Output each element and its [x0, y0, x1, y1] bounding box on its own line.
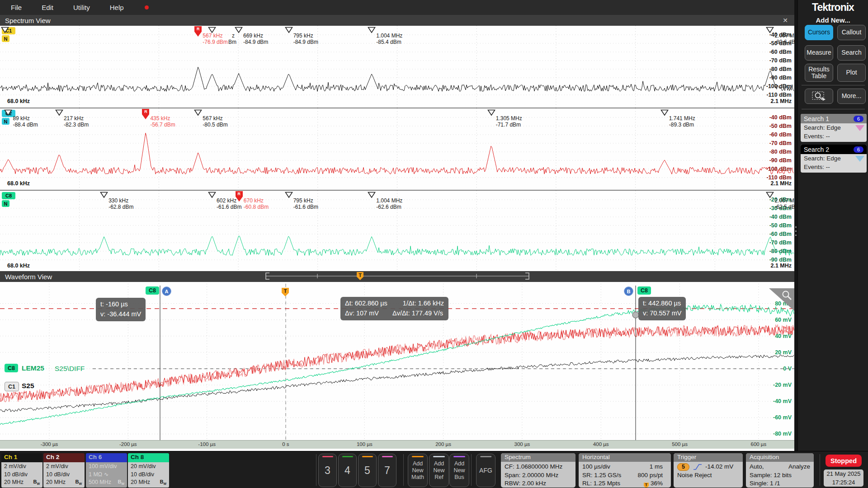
sidebar-button-plot[interactable]: Plot: [837, 64, 866, 82]
cursor-a-readout: t: -160 µsv: -36.444 mV: [96, 298, 146, 321]
peak-marker-triangle-icon: [285, 192, 293, 198]
panel-splitter[interactable]: [794, 0, 797, 451]
peak-marker-triangle-icon: [55, 109, 63, 116]
sidebar-button-cursors[interactable]: Cursors: [805, 25, 833, 40]
marker-frequency-label: 330 kHz: [108, 197, 128, 204]
ch8-waveform-badge[interactable]: C8: [5, 364, 18, 372]
delta-t: Δt: 602.860 µs: [345, 299, 387, 309]
acquisition-setting-left: Auto,: [750, 463, 764, 471]
button-stripe: [412, 456, 424, 457]
search-badge-1[interactable]: Search 16Search: EdgeEvents: --: [801, 114, 867, 142]
delta-row-2: Δv: 107 mVΔv/Δt: 177.49 V/s: [345, 309, 444, 319]
dbm-axis-label: -80 dBm: [769, 248, 792, 254]
marker-amplitude-label: -60.8 dBm: [244, 204, 269, 210]
marker-frequency-label: 602 kHz: [217, 197, 236, 204]
reference-marker-triangle-icon: [142, 114, 150, 120]
acquisition-settings-title: Acquisition: [746, 453, 814, 462]
button-stripe: [433, 456, 445, 457]
channel-badge-ch2[interactable]: Ch 22 mV/div10 dB/div20 MHzBW: [43, 453, 85, 488]
bandwidth-limit-icon: BW: [33, 479, 40, 486]
spectrum-plot-C1: C1N-40 dBm-50 dBm-60 dBm-70 dBm-80 dBm-9…: [0, 26, 794, 108]
peak-marker-triangle-icon: [208, 27, 216, 33]
sidebar-button-callout[interactable]: Callout: [837, 25, 866, 40]
horizontal-setting-right: 1 ms: [650, 463, 663, 471]
zoom-select-button[interactable]: [805, 89, 833, 104]
waveform-view-titlebar: Waveform View T: [0, 271, 794, 282]
divider: [403, 454, 404, 486]
time-tick-label: 300 µs: [514, 441, 530, 447]
menu-item-file[interactable]: File: [11, 4, 22, 11]
start-frequency-label: 68.0 kHz: [7, 98, 30, 104]
cursor-a-badge[interactable]: A: [162, 286, 171, 296]
cursor-b-badge[interactable]: B: [624, 286, 633, 296]
date-label: 21 May 2025: [824, 470, 863, 479]
add-new-math-button[interactable]: AddNewMath: [408, 454, 428, 487]
cursor-b-source-badge: C8: [637, 286, 651, 295]
spectrum-settings-badge[interactable]: SpectrumCF: 1.06800000 MHzSpan: 2.00000 …: [501, 453, 576, 488]
horizontal-setting-left: SR: 1.25 GS/s: [582, 471, 621, 480]
add-new-bus-button[interactable]: AddNewBus: [449, 454, 469, 487]
reference-marker-icon[interactable]: R: [236, 191, 243, 197]
channel-button-label: 7: [384, 465, 390, 477]
peak-marker-triangle-icon: [235, 27, 243, 33]
channel-setting-row: 10 dB/div: [131, 471, 166, 479]
afg-button[interactable]: AFG: [476, 454, 495, 487]
marker-amplitude-label: -62.8 dBm: [108, 204, 133, 210]
channel-badge-ch6[interactable]: Ch 6100 mV/div1 MΩ ∿500 MHzBW: [86, 453, 127, 488]
splitter-handle-icon: [795, 226, 797, 228]
channel-button-label: 5: [364, 465, 370, 477]
peak-marker-triangle-icon: [208, 192, 216, 198]
horizontal-settings-badge[interactable]: Horizontal100 µs/div1 msSR: 1.25 GS/s800…: [579, 453, 671, 488]
divider: [471, 454, 472, 486]
channel-button-7[interactable]: 7: [378, 454, 396, 487]
marker-amplitude-label: -62.6 dBm: [376, 204, 401, 210]
rising-edge-icon: [693, 464, 702, 470]
peak-marker-triangle-icon: [1, 27, 9, 33]
search-badge-2[interactable]: Search 26Search: EdgeEvents: --: [801, 145, 867, 173]
peak-marker-triangle-icon: [487, 109, 495, 116]
marker-frequency-label: 2.007 MHz: [774, 197, 794, 204]
spectrum-setting-row: Span: 2.00000 MHz: [505, 471, 572, 480]
acquisition-setting-left: Sample: 12 bits: [750, 471, 792, 480]
stopped-button[interactable]: Stopped: [826, 455, 862, 467]
voltage-axis-label: 40 mV: [775, 333, 792, 339]
ch8-waveform-suffix: S25\DIFF: [55, 365, 85, 373]
add-new-ref-button[interactable]: AddNewRef: [429, 454, 449, 487]
close-icon[interactable]: ✕: [783, 17, 788, 24]
marker-amplitude-label: -61.6 dBm: [217, 204, 241, 210]
search-count-badge: 6: [854, 146, 863, 153]
start-frequency-label: 68.0 kHz: [7, 263, 30, 269]
acquisition-settings-badge[interactable]: AcquisitionAuto,AnalyzeSample: 12 bitsSi…: [746, 453, 814, 488]
zoom-overview-bracket[interactable]: [0, 271, 794, 281]
sidebar-button-search[interactable]: Search: [837, 45, 866, 61]
channel-badge-ch1[interactable]: Ch 12 mV/div10 dB/div20 MHzBW: [1, 453, 42, 488]
channel-button-4[interactable]: 4: [338, 454, 357, 487]
marker-amplitude-label: -62.5 dBm: [774, 204, 794, 210]
ch1-waveform-badge[interactable]: C1: [5, 382, 19, 391]
time-tick-label: -200 µs: [119, 441, 137, 447]
channel-button-5[interactable]: 5: [358, 454, 377, 487]
sidebar-button-results-table[interactable]: Results Table: [805, 64, 833, 82]
button-stripe: [480, 456, 491, 457]
menu-item-edit[interactable]: Edit: [42, 4, 53, 11]
voltage-axis-label: 60 mV: [775, 317, 792, 323]
sidebar-button-more[interactable]: More...: [837, 89, 866, 104]
channel-button-label: 4: [344, 465, 350, 477]
sidebar-button-measure[interactable]: Measure: [805, 45, 833, 61]
dbm-axis-label: -70 dBm: [769, 239, 792, 246]
menu-item-utility[interactable]: Utility: [73, 4, 90, 11]
peak-marker-triangle-icon: [194, 109, 202, 116]
channel-badge-ch8[interactable]: Ch 820 mV/div10 dB/div20 MHzBW: [128, 453, 169, 488]
trigger-settings-badge[interactable]: Trigger5-14.02 mVNoise Reject: [674, 453, 743, 488]
reference-marker-icon[interactable]: R: [194, 26, 202, 32]
spectrum-channel-badge[interactable]: C8: [2, 192, 15, 199]
channel-color-stripe: [362, 456, 373, 457]
peak-marker-triangle-icon: [368, 192, 376, 198]
menu-item-help[interactable]: Help: [110, 4, 124, 11]
time-tick-label: -300 µs: [41, 441, 58, 447]
marker-frequency-label: 567 kHz: [203, 33, 222, 39]
channel-color-stripe: [342, 456, 353, 457]
reference-marker-icon[interactable]: R: [142, 109, 149, 114]
marker-amplitude-label: -89.3 dBm: [669, 122, 694, 128]
channel-button-3[interactable]: 3: [318, 454, 337, 487]
